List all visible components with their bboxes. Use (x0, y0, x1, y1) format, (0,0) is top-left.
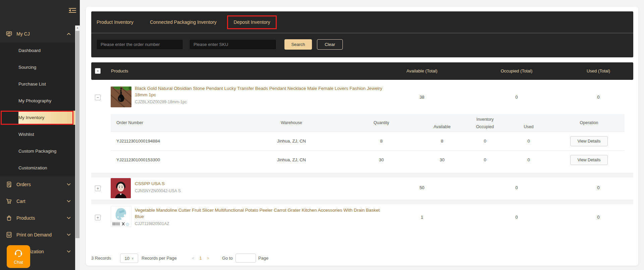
page-size-value: 10 (124, 256, 129, 261)
paperclip-square-icon (6, 231, 12, 238)
cart-icon (6, 198, 12, 205)
order-number-input[interactable] (96, 39, 183, 50)
column-header-products: Products (111, 62, 128, 80)
scrollbar-up-arrow-icon[interactable]: ▲ (75, 26, 80, 30)
sidebar-item-label: My CJ (16, 25, 30, 42)
sidebar-item-label: Products (16, 210, 35, 226)
table-row: + CSSPP USA S CJNSNYZN00042-USA S (91, 177, 633, 200)
monitor-chart-icon (6, 31, 12, 37)
product-info: CSSPP USA S CJNSNYZN00042-USA S (135, 180, 382, 193)
view-details-button[interactable]: View Details (570, 155, 608, 165)
sidebar-item-cart[interactable]: Cart (0, 193, 75, 210)
sidebar-item-label: Cart (16, 193, 25, 210)
cell-available-total: 1 (388, 215, 455, 220)
expand-all-button[interactable]: + (95, 68, 101, 74)
clipboard-icon (6, 181, 12, 188)
cell-warehouse: Jinhua, ZJ, CN (265, 151, 318, 169)
sidebar-item-wishlist[interactable]: Wishlist (0, 126, 75, 143)
chevron-down-icon (67, 183, 71, 186)
product-sku: CJJT119820501AZ (135, 221, 382, 226)
chevron-down-icon (67, 233, 71, 236)
cell-available-total: 50 (388, 185, 455, 191)
cell-used-total: 0 (565, 215, 632, 220)
product-title-link[interactable]: Vegetable Mandoline Cutter Fruit Slicer … (135, 207, 382, 220)
tab-deposit-inventory[interactable]: Deposit Inventory (229, 11, 275, 33)
deposit-detail-header: Order Number Warehouse Quantity Availabl… (111, 114, 625, 131)
column-header-available-total: Available (Total) (388, 62, 455, 80)
shopping-bag-icon (6, 215, 12, 221)
cell-occupied-total: 0 (483, 215, 550, 220)
sidebar-item-my-photography[interactable]: My Photography (0, 93, 75, 109)
product-sku: CJZBLXDZ00289-18mm-1pc (135, 100, 382, 104)
main-content-card: Product Inventory Connected Packaging In… (86, 7, 638, 266)
product-title-link[interactable]: Black Gold Natural Obsidian Stone Pendan… (135, 85, 382, 98)
chevron-down-icon (67, 217, 71, 219)
subcol-inventory: Inventory (458, 115, 512, 123)
cell-order-number: YJ2112301000194884 (116, 132, 160, 151)
row-separator (91, 173, 633, 177)
inventory-tabs-panel: Product Inventory Connected Packaging In… (91, 11, 633, 57)
sidebar-item-products[interactable]: Products (0, 210, 75, 226)
sidebar-scrollbar[interactable]: ▲ (75, 25, 80, 270)
products-table-body: − Black Gold Natura (91, 80, 633, 231)
table-row: − Black Gold Natura (91, 80, 633, 173)
subcol-quantity: Quantity (355, 114, 408, 131)
sidebar-collapse-icon[interactable] (69, 8, 77, 13)
chevron-down-icon: ∨ (131, 257, 134, 260)
product-image (111, 87, 131, 107)
sidebar-item-custom-packaging[interactable]: Custom Packaging (0, 143, 75, 160)
page-size-select[interactable]: 10 ∨ (120, 254, 138, 263)
search-button[interactable]: Search (284, 39, 312, 50)
sidebar-item-my-cj[interactable]: My CJ (0, 25, 75, 42)
my-cj-submenu: Dashboard Sourcing Purchase List My Phot… (0, 42, 75, 176)
current-page-number[interactable]: 1 (197, 253, 204, 263)
product-info: Black Gold Natural Obsidian Stone Pendan… (135, 85, 382, 104)
collapse-row-button[interactable]: − (95, 95, 101, 100)
chevron-up-icon (67, 33, 71, 35)
cell-quantity: 8 (355, 132, 408, 151)
sidebar: My CJ Dashboard Sourcing Purchase List M… (0, 0, 80, 270)
next-page-button[interactable]: > (205, 253, 211, 263)
sidebar-item-customization[interactable]: Customization (0, 160, 75, 176)
goto-page-input[interactable] (235, 254, 256, 263)
goto-label: Go to (222, 253, 233, 263)
table-row: + (91, 204, 633, 231)
cell-used-total: 0 (565, 185, 632, 191)
chat-button[interactable]: Chat (7, 245, 30, 268)
page-label: Page (258, 253, 268, 263)
scrollbar-thumb[interactable] (75, 31, 79, 238)
clear-button[interactable]: Clear (317, 39, 343, 50)
product-image (111, 206, 131, 227)
chat-button-label: Chat (7, 260, 30, 265)
sidebar-item-print-on-demand[interactable]: Print on Demand (0, 226, 75, 243)
headset-icon (12, 247, 24, 259)
records-total: 3 Records (91, 253, 111, 263)
tab-product-inventory[interactable]: Product Inventory (97, 11, 133, 33)
sidebar-item-orders[interactable]: Orders (0, 176, 75, 193)
deposit-detail-row: YJ2112301000194884 Jinhua, ZJ, CN 8 8 0 … (111, 131, 625, 150)
cell-occupied-total: 0 (483, 185, 550, 191)
sidebar-item-purchase-list[interactable]: Purchase List (0, 76, 75, 93)
expand-row-button[interactable]: + (95, 215, 101, 220)
chevron-down-icon (67, 200, 71, 203)
cell-available-total: 38 (388, 95, 455, 100)
cell-used: 0 (502, 151, 555, 169)
cell-used: 0 (502, 132, 555, 151)
sidebar-item-my-inventory[interactable]: My Inventory (0, 109, 75, 126)
sidebar-item-label: Orders (16, 176, 31, 193)
expand-row-button[interactable]: + (95, 185, 101, 191)
subcol-order-number: Order Number (116, 114, 143, 131)
column-header-used-total: Used (Total) (565, 62, 632, 80)
subcol-operation: Operation (562, 114, 616, 131)
product-title-link[interactable]: CSSPP USA S (135, 180, 382, 187)
deposit-detail-table: Order Number Warehouse Quantity Availabl… (111, 114, 625, 169)
view-details-button[interactable]: View Details (570, 136, 608, 146)
sidebar-item-dashboard[interactable]: Dashboard (0, 42, 75, 59)
panel-divider (91, 33, 633, 33)
cell-order-number: YJ2112301000153300 (116, 151, 160, 169)
prev-page-button[interactable]: < (190, 253, 197, 263)
sidebar-item-sourcing[interactable]: Sourcing (0, 59, 75, 76)
tab-connected-packaging-inventory[interactable]: Connected Packaging Inventory (150, 11, 216, 33)
records-per-page-label: Records per Page (142, 253, 177, 263)
sku-input[interactable] (189, 39, 276, 50)
